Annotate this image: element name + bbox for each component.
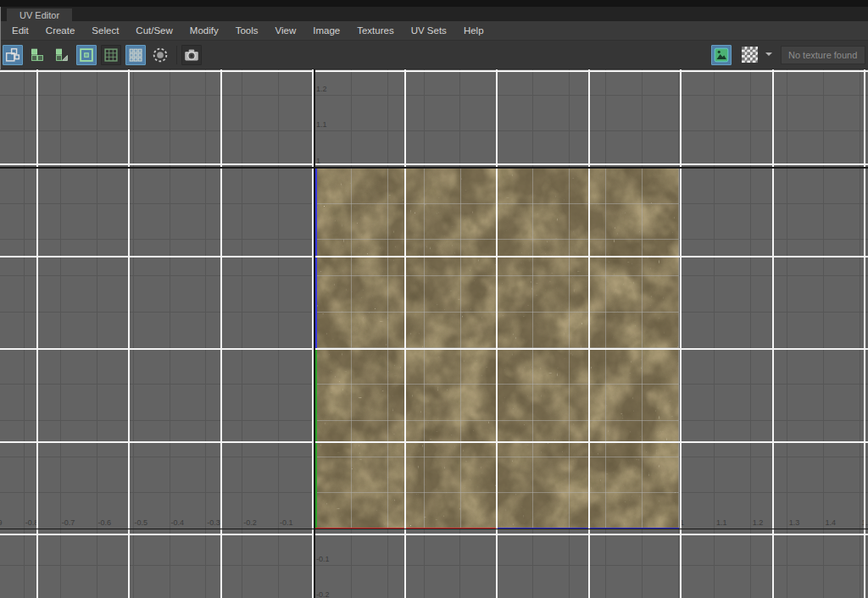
toolbar-right-group: No texture found — [711, 45, 865, 65]
grid-major-vline — [128, 69, 130, 598]
grid-minor-vline — [750, 69, 751, 598]
toolbar-left-group — [3, 45, 206, 65]
menu-edit[interactable]: Edit — [3, 21, 37, 40]
x-tick-label: -0.3 — [207, 518, 220, 527]
toolbar-separator — [176, 46, 177, 64]
texture-borders-off-icon — [102, 46, 120, 64]
y-tick-label: -0.1 — [316, 555, 330, 563]
grid-minor-hline — [0, 95, 868, 96]
toolbar: No texture found — [0, 40, 868, 69]
grid-major-hline — [0, 348, 868, 350]
grid-major-hline — [0, 256, 868, 257]
x-tick-label: -0.1 — [280, 518, 293, 527]
menu-select[interactable]: Select — [83, 21, 127, 40]
grid-tiles-button[interactable] — [125, 45, 146, 65]
grid-minor-vline — [278, 69, 279, 598]
checker-pattern-icon[interactable] — [742, 47, 758, 63]
grid-major-vline — [864, 69, 865, 598]
window-top-strip — [0, 0, 868, 7]
uv-shell-tiles-icon — [3, 46, 22, 64]
grid-minor-vline — [205, 69, 206, 598]
texture-borders-on-icon — [77, 46, 96, 64]
tab-label: UV Editor — [19, 10, 59, 20]
x-tick-label: -0.5 — [135, 518, 148, 527]
x-tick-label: 1.2 — [753, 518, 764, 527]
x-tick-label: -0.4 — [170, 518, 184, 527]
panel-left-edge — [0, 7, 1, 69]
menu-create[interactable]: Create — [37, 21, 84, 40]
x-tick-label: 1.3 — [789, 518, 800, 527]
x-tick-label: -0.2 — [243, 518, 257, 527]
grid-major-hline — [0, 163, 868, 165]
grid-minor-hline — [0, 130, 868, 131]
grid-minor-vline — [242, 69, 242, 598]
grid-major-vline — [680, 69, 682, 598]
grid-major-vline — [36, 69, 38, 598]
menu-help[interactable]: Help — [455, 21, 492, 40]
grid-minor-vline — [787, 69, 787, 598]
x-tick-label: 1.4 — [826, 518, 837, 527]
shell-squares-button[interactable] — [27, 45, 47, 65]
grid-major-vline — [588, 69, 590, 598]
menu-cut-sew[interactable]: Cut/Sew — [127, 21, 181, 40]
shell-triangle-button[interactable] — [52, 45, 72, 65]
grid-minor-vline — [714, 69, 715, 598]
texture-image-icon — [712, 46, 731, 64]
uv-editor-window: UV Editor EditCreateSelectCut/SewModifyT… — [0, 0, 868, 598]
grid-major-vline — [772, 69, 774, 598]
y-tick-label: 1.1 — [316, 120, 327, 129]
texture-display-button[interactable] — [711, 45, 732, 65]
menu-tools[interactable]: Tools — [227, 21, 267, 40]
shell-triangle-icon — [53, 46, 71, 64]
shell-squares-icon — [28, 46, 47, 64]
menu-view[interactable]: View — [267, 21, 305, 40]
uv-shell-tiles-button[interactable] — [3, 45, 23, 65]
grid-minor-vline — [823, 69, 824, 598]
axis-v1-line — [0, 167, 868, 169]
texture-name-field[interactable]: No texture found — [781, 46, 865, 64]
grid-minor-hline — [0, 565, 868, 566]
grid-major-vline — [404, 69, 406, 598]
grid-major-hline — [0, 441, 868, 443]
pixel-snap-button[interactable] — [150, 45, 170, 65]
texture-dropdown-arrow[interactable] — [765, 53, 772, 59]
menu-textures[interactable]: Textures — [348, 21, 402, 40]
uv-snapshot-icon — [182, 46, 201, 64]
grid-major-vline — [496, 69, 498, 598]
menu-image[interactable]: Image — [304, 21, 348, 40]
grid-major-hline — [0, 70, 868, 72]
menu-bar: EditCreateSelectCut/SewModifyToolsViewIm… — [0, 21, 868, 40]
axis-v0-line — [0, 529, 868, 530]
x-tick-label: -0.9 — [0, 518, 2, 527]
grid-minor-vline — [860, 69, 860, 598]
x-tick-label: -0.7 — [62, 518, 75, 527]
menu-modify[interactable]: Modify — [181, 21, 227, 40]
y-tick-label: -0.2 — [316, 590, 330, 598]
texture-borders-off-button[interactable] — [101, 45, 121, 65]
grid-major-hline — [0, 534, 868, 535]
uv-snapshot-button[interactable] — [181, 45, 202, 65]
x-tick-label: -0.6 — [98, 518, 112, 527]
grid-major-vline — [220, 69, 222, 598]
menu-uv-sets[interactable]: UV Sets — [403, 21, 455, 40]
uv-canvas[interactable]: -0.9-0.8-0.7-0.6-0.5-0.4-0.3-0.2-0.111.1… — [0, 69, 868, 598]
axis-u0-line — [314, 69, 315, 598]
grid-tiles-icon — [126, 46, 145, 64]
x-tick-label: 1.1 — [716, 518, 727, 527]
panel-tab-bar: UV Editor — [0, 7, 868, 21]
pixel-snap-icon — [151, 46, 170, 64]
texture-borders-on-button[interactable] — [76, 45, 97, 65]
y-tick-label: 1.2 — [316, 85, 327, 93]
